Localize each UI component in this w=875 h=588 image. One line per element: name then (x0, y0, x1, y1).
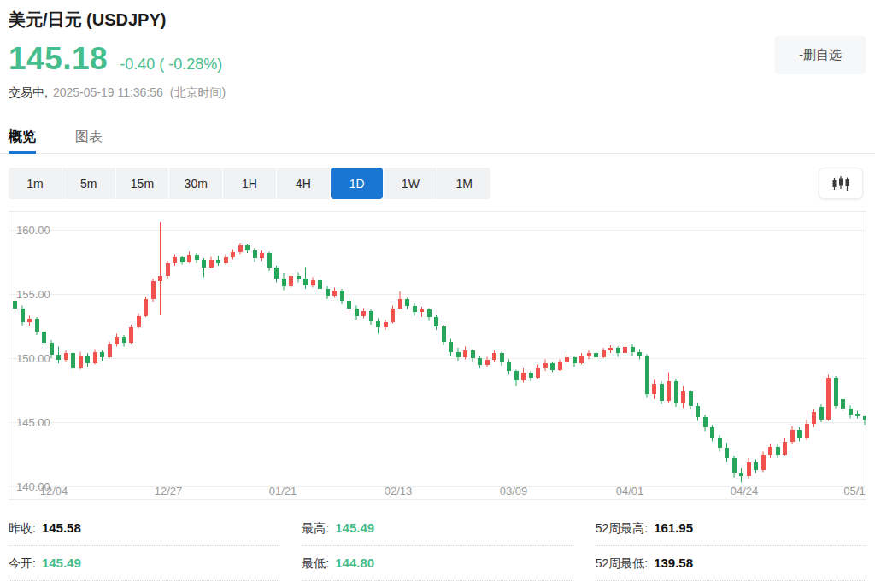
tab-chart[interactable]: 图表 (75, 122, 103, 154)
candle (369, 309, 373, 325)
candle (384, 320, 388, 330)
candle (340, 289, 344, 304)
x-axis-label: 02/13 (385, 485, 413, 497)
candle (56, 347, 61, 364)
stat-label: 52周最低: (596, 556, 648, 570)
candle (849, 406, 853, 419)
candle (27, 316, 32, 326)
candle (645, 355, 649, 398)
range-1h[interactable]: 1H (223, 168, 276, 199)
y-axis-label: 145.00 (16, 416, 50, 429)
x-axis-label: 03/09 (500, 485, 528, 497)
range-1d[interactable]: 1D (331, 168, 384, 199)
candle (507, 360, 511, 375)
stat-52wk-low: 52周最低:139.58 (596, 546, 866, 581)
range-30m[interactable]: 30m (169, 168, 222, 199)
candle (660, 381, 664, 404)
candle (747, 458, 751, 479)
candle (594, 352, 598, 362)
candle (267, 252, 272, 272)
candle (442, 325, 446, 345)
candle (718, 435, 722, 452)
candle (79, 352, 83, 370)
candle (536, 365, 540, 379)
candle (224, 255, 228, 265)
candle (129, 325, 133, 344)
candlestick-chart[interactable]: 160.00155.00150.00145.00140.0012/0412/27… (9, 211, 866, 500)
range-1m[interactable]: 1M (438, 168, 490, 199)
x-axis-label: 12/27 (155, 485, 183, 497)
stat-label: 最高: (302, 521, 329, 535)
candlestick-icon (831, 175, 851, 192)
candle (405, 298, 409, 310)
candle (253, 248, 257, 262)
toolbar: 1m5m15m30m1H4H1D1W1M (9, 168, 866, 199)
candle (93, 350, 97, 365)
candle (35, 317, 39, 335)
candle (231, 250, 235, 260)
current-price: 145.18 (9, 41, 108, 77)
x-axis-label: 12/04 (40, 485, 68, 497)
remove-watchlist-button[interactable]: -删自选 (775, 36, 866, 74)
candle (151, 279, 156, 302)
candle (565, 355, 569, 365)
tab-bar: 概览图表 (0, 122, 875, 154)
tab-overview[interactable]: 概览 (9, 122, 36, 154)
candle (826, 375, 831, 421)
candle (456, 348, 461, 361)
candle (238, 243, 243, 255)
candle (173, 255, 177, 267)
range-1w[interactable]: 1W (384, 168, 437, 199)
stat-label: 52周最高: (596, 521, 648, 535)
stat-value: 145.49 (335, 520, 374, 535)
candle (326, 286, 330, 299)
candle (144, 297, 148, 317)
candle (355, 306, 359, 320)
candle (303, 268, 308, 290)
range-1m[interactable]: 1m (9, 168, 62, 199)
candle (674, 379, 678, 407)
candle (754, 460, 758, 474)
candle (274, 266, 279, 283)
range-4h[interactable]: 4H (277, 168, 330, 199)
candle (71, 352, 75, 377)
candle (805, 420, 809, 440)
candle (761, 452, 766, 473)
stat-52wk-high: 52周最高:161.95 (596, 511, 866, 546)
candle (202, 258, 206, 278)
candle (550, 362, 555, 373)
candle (768, 444, 772, 459)
stat-prev-close: 昨收:145.58 (9, 511, 279, 546)
candle (180, 256, 185, 265)
candle (841, 398, 845, 411)
candle (332, 288, 337, 298)
y-axis-label: 155.00 (16, 288, 50, 301)
candle (855, 411, 860, 419)
candle (347, 298, 351, 313)
range-15m[interactable]: 15m (116, 168, 169, 199)
candle (725, 443, 729, 462)
stats-grid: 昨收:145.58最高:145.4952周最高:161.95今开:145.49最… (9, 511, 866, 581)
candle (376, 319, 380, 334)
range-5m[interactable]: 5m (62, 168, 115, 199)
candle (492, 350, 496, 362)
candle (449, 339, 453, 356)
candle (158, 222, 162, 315)
candle (579, 353, 584, 365)
price-row: 145.18 -0.40 ( -0.28%) (9, 41, 222, 77)
candle (790, 426, 795, 444)
candle (573, 356, 577, 368)
chart-type-button[interactable] (819, 168, 863, 199)
candle (427, 309, 432, 321)
status-timezone: (北京时间) (170, 85, 226, 99)
candle (21, 306, 25, 326)
candle (529, 371, 533, 381)
status-row: 交易中,2025-05-19 11:36:56 (北京时间) (9, 85, 226, 101)
candle (558, 360, 562, 372)
stat-label: 昨收: (9, 521, 36, 535)
candle (797, 427, 802, 442)
candle (115, 334, 119, 347)
trading-status: 交易中, (9, 85, 48, 99)
candle (420, 307, 424, 317)
candle (703, 415, 708, 432)
